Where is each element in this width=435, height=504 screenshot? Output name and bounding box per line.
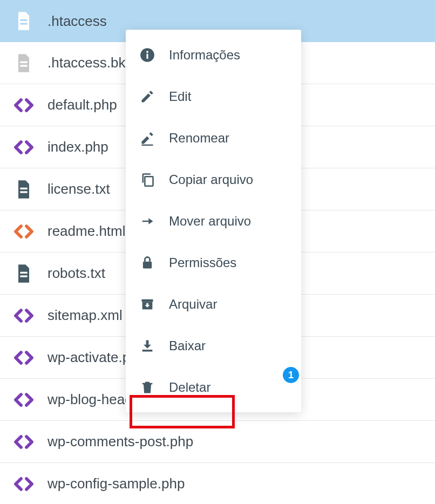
menu-label: Edit: [169, 89, 191, 104]
menu-item-download[interactable]: Baixar: [126, 325, 301, 366]
rename-icon: [139, 130, 156, 147]
svg-rect-7: [20, 275, 27, 277]
svg-rect-5: [20, 191, 27, 193]
code-orange-icon: [13, 221, 35, 242]
file-name: default.php: [47, 97, 117, 113]
code-purple-icon: [13, 389, 35, 411]
badge-value: 1: [288, 370, 294, 381]
code-purple-icon: [13, 137, 35, 158]
doc-slategray-icon: [13, 179, 35, 200]
menu-item-edit[interactable]: Edit: [126, 76, 301, 117]
annotation-badge: 1: [283, 367, 299, 383]
file-name: readme.html: [47, 223, 126, 240]
delete-icon: [139, 379, 156, 396]
svg-rect-12: [145, 176, 153, 186]
svg-rect-11: [142, 144, 153, 145]
file-name: wp-config-sample.php: [47, 475, 185, 492]
edit-icon: [139, 88, 156, 105]
archive-icon: [139, 296, 156, 313]
svg-rect-9: [146, 53, 148, 58]
context-menu: InformaçõesEditRenomearCopiar arquivoMov…: [126, 30, 301, 412]
code-purple-icon: [13, 473, 35, 495]
file-row[interactable]: wp-comments-post.php: [0, 421, 435, 463]
menu-label: Baixar: [169, 338, 206, 353]
doc-white-icon: [13, 10, 35, 32]
file-name: .htaccess: [47, 13, 107, 30]
code-purple-icon: [13, 305, 35, 326]
file-name: wp-comments-post.php: [47, 433, 193, 450]
file-name: .htaccess.bk: [47, 55, 126, 71]
code-purple-icon: [13, 94, 35, 116]
menu-label: Informações: [169, 47, 240, 63]
svg-rect-4: [20, 187, 27, 189]
doc-slategray-icon: [13, 263, 35, 284]
lock-icon: [139, 254, 156, 271]
menu-item-move[interactable]: Mover arquivo: [126, 200, 301, 242]
menu-label: Permissões: [169, 255, 236, 270]
menu-label: Copiar arquivo: [169, 172, 253, 187]
menu-item-lock[interactable]: Permissões: [126, 242, 301, 283]
file-name: robots.txt: [47, 265, 105, 282]
code-purple-icon: [13, 347, 35, 369]
copy-icon: [139, 171, 156, 188]
menu-item-rename[interactable]: Renomear: [126, 117, 301, 159]
menu-label: Arquivar: [169, 297, 217, 312]
info-icon: [139, 46, 156, 64]
svg-rect-14: [142, 299, 153, 302]
code-purple-icon: [13, 431, 35, 453]
menu-item-delete[interactable]: Deletar: [126, 366, 301, 408]
svg-rect-3: [20, 65, 27, 66]
menu-label: Mover arquivo: [169, 214, 251, 229]
svg-point-10: [146, 51, 148, 53]
svg-rect-6: [20, 271, 27, 273]
download-icon: [139, 337, 156, 355]
menu-label: Renomear: [169, 131, 229, 146]
menu-item-info[interactable]: Informações: [126, 34, 301, 76]
svg-rect-1: [20, 23, 27, 24]
doc-gray-icon: [13, 52, 35, 74]
svg-rect-16: [142, 350, 153, 352]
menu-label: Deletar: [169, 380, 210, 395]
file-name: sitemap.xml: [47, 307, 123, 324]
file-name: index.php: [47, 139, 108, 155]
move-icon: [139, 213, 156, 230]
menu-item-archive[interactable]: Arquivar: [126, 283, 301, 325]
svg-rect-2: [20, 61, 27, 63]
menu-item-copy[interactable]: Copiar arquivo: [126, 159, 301, 200]
file-row[interactable]: wp-config-sample.php: [0, 463, 435, 504]
file-name: license.txt: [47, 181, 110, 197]
svg-rect-0: [20, 19, 27, 21]
svg-rect-13: [143, 261, 152, 268]
